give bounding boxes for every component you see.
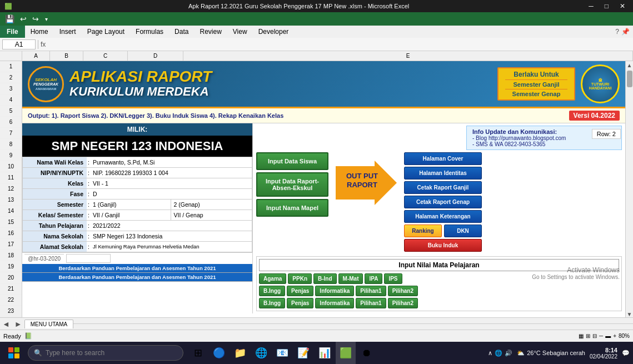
chrome-icon[interactable]: 🌐 <box>251 342 271 364</box>
corner-cell <box>0 51 22 61</box>
explorer-icon[interactable]: 📁 <box>230 342 250 364</box>
zoom-slider[interactable]: ▬ <box>605 333 611 339</box>
sheet-nav-right[interactable]: ► <box>12 320 24 328</box>
view-layout-icon[interactable]: ⊟ <box>592 333 597 339</box>
notification-icon[interactable]: 💬 <box>622 350 630 357</box>
menu-home[interactable]: Home <box>25 26 54 38</box>
zoom-minus-icon[interactable]: ─ <box>599 333 603 339</box>
taskview-button[interactable]: ⊞ <box>188 342 208 364</box>
maximize-button[interactable]: □ <box>601 2 612 10</box>
btn-mmat[interactable]: M-Mat <box>338 273 363 284</box>
btn-bingg-2[interactable]: B.Ingg <box>259 298 285 308</box>
redo-icon[interactable]: ↪ <box>31 14 41 23</box>
undo-icon[interactable]: ↩ <box>18 14 28 23</box>
row-num-10: 10 <box>0 161 22 172</box>
col-header-a[interactable]: A <box>22 51 50 61</box>
cell-reference-input[interactable] <box>2 39 36 49</box>
scroll-up-arrow[interactable]: ▲ <box>627 62 632 68</box>
btn-dkn[interactable]: DKN <box>444 225 482 237</box>
menu-insert[interactable]: Insert <box>54 26 82 38</box>
horizontal-scrollbar[interactable] <box>73 323 633 324</box>
word-icon[interactable]: 📝 <box>293 342 313 364</box>
scroll-down-arrow[interactable]: ▼ <box>627 311 632 317</box>
btn-buku-induk[interactable]: Buku Induk <box>404 239 482 252</box>
colon-semester: : <box>87 200 91 210</box>
powerpoint-icon[interactable]: 📊 <box>315 342 335 364</box>
ribbon-right-controls: ? 📌 <box>615 28 633 36</box>
footer-input-cell[interactable] <box>66 254 111 263</box>
sheet-nav-left[interactable]: ◄ <box>0 320 12 328</box>
col-header-c[interactable]: C <box>83 51 128 61</box>
row-num-24: 24 <box>0 317 22 317</box>
btn-pilihan2-1[interactable]: Pilihan2 <box>388 286 418 296</box>
semester-box: Berlaku Untuk Semester Ganjil Semester G… <box>497 67 575 101</box>
col-header-b[interactable]: B <box>50 51 83 61</box>
menu-developer[interactable]: Developer <box>253 26 295 38</box>
status-bar: Ready 📗 ▦ ⊞ ⊟ ─ ▬ + 80% <box>0 330 633 342</box>
btn-informatika-1[interactable]: Informatika <box>315 286 354 296</box>
app-title-section: APLIKASI RAPORT KURIKULUM MERDEKA <box>69 69 492 99</box>
btn-ipa[interactable]: IPA <box>365 273 382 284</box>
app-title-main: APLIKASI RAPORT <box>69 69 492 84</box>
close-button[interactable]: ✕ <box>616 2 629 10</box>
col-header-e[interactable]: E <box>183 51 633 61</box>
value-semester-split: 1 (Ganjil) 2 (Genap) <box>91 200 252 210</box>
customize-arrow[interactable]: ▾ <box>45 16 48 22</box>
menu-file[interactable]: File <box>0 26 25 38</box>
btn-cetak-raport-genap[interactable]: Cetak Raport Genap <box>404 196 482 208</box>
btn-bingg-1[interactable]: B.Ingg <box>259 286 285 296</box>
btn-ranking[interactable]: Ranking <box>404 225 442 237</box>
btn-pilihan2-2[interactable]: Pilihan2 <box>388 298 418 308</box>
btn-penjas-1[interactable]: Penjas <box>287 286 313 296</box>
formula-input[interactable] <box>48 41 631 48</box>
btn-penjas-2[interactable]: Penjas <box>287 298 313 308</box>
save-icon[interactable]: 💾 <box>3 14 16 23</box>
menu-formulas[interactable]: Formulas <box>130 26 169 38</box>
menu-review[interactable]: Review <box>194 26 227 38</box>
btn-input-data-siswa[interactable]: Input Data Siswa <box>256 152 328 170</box>
sheet-tab-active[interactable]: MENU UTAMA <box>24 320 73 328</box>
mail-icon[interactable]: 📧 <box>272 342 292 364</box>
btn-pilihan1-2[interactable]: Pilihan1 <box>356 298 386 308</box>
view-page-icon[interactable]: ⊞ <box>586 333 590 339</box>
value-wali: Purnawanto, S.Pd, M.Si <box>91 157 252 167</box>
vertical-scrollbar[interactable]: ▲ ▼ <box>625 61 633 317</box>
scroll-thumb[interactable] <box>627 71 632 87</box>
btn-ppkn[interactable]: PPKn <box>288 273 312 284</box>
menu-page-layout[interactable]: Page Layout <box>82 26 130 38</box>
taskbar-search-box[interactable]: 🔍 Type here to search <box>28 345 183 361</box>
tray-network[interactable]: 🌐 <box>495 350 502 357</box>
btn-halaman-cover[interactable]: Halaman Cover <box>404 152 482 165</box>
edge-icon[interactable]: 🔵 <box>209 342 229 364</box>
record-icon[interactable]: ⏺ <box>357 342 377 364</box>
excel-tb-icon[interactable]: 🟩 <box>336 342 356 364</box>
windows-logo <box>8 347 19 358</box>
btn-halaman-keterangan[interactable]: Halaman Keterangan <box>404 210 482 223</box>
view-normal-icon[interactable]: ▦ <box>579 333 584 339</box>
info-row-fase: Fase : D <box>23 189 252 200</box>
btn-ips[interactable]: IPS <box>384 273 402 284</box>
col-header-d[interactable]: D <box>128 51 183 61</box>
btn-agama[interactable]: Agama <box>259 273 286 284</box>
time-display-area[interactable]: 8:14 02/04/2022 <box>590 347 617 360</box>
help-icon[interactable]: ? <box>615 28 619 36</box>
btn-input-data-raport[interactable]: Input Data Raport-Absen-Ekskul <box>256 172 328 197</box>
menu-view[interactable]: View <box>227 26 253 38</box>
minimize-button[interactable]: ─ <box>585 2 597 10</box>
start-button[interactable] <box>0 342 28 364</box>
tray-volume[interactable]: 🔊 <box>505 350 512 357</box>
title-bar-controls[interactable]: ─ □ ✕ <box>585 2 629 10</box>
zoom-plus-icon[interactable]: + <box>613 333 616 339</box>
btn-bind[interactable]: B-Ind <box>313 273 337 284</box>
btn-input-nama-mapel[interactable]: Input Nama Mapel <box>256 199 328 217</box>
tray-arrow[interactable]: ∧ <box>488 350 492 357</box>
btn-halaman-identitas[interactable]: Halaman Identitas <box>404 167 482 179</box>
menu-data[interactable]: Data <box>169 26 194 38</box>
value-fase: D <box>91 189 252 199</box>
btn-cetak-raport-ganjil[interactable]: Cetak Raport Ganjil <box>404 181 482 194</box>
main-application: SEKOLAH PENGGERAK AMAMAMAM APLIKASI RAPO… <box>22 61 625 313</box>
btn-pilihan1-1[interactable]: Pilihan1 <box>356 286 386 296</box>
ribbon-toggle-icon[interactable]: 📌 <box>621 28 630 36</box>
btn-informatika-2[interactable]: Informatika <box>315 298 354 308</box>
clock-time: 8:14 <box>590 347 617 353</box>
